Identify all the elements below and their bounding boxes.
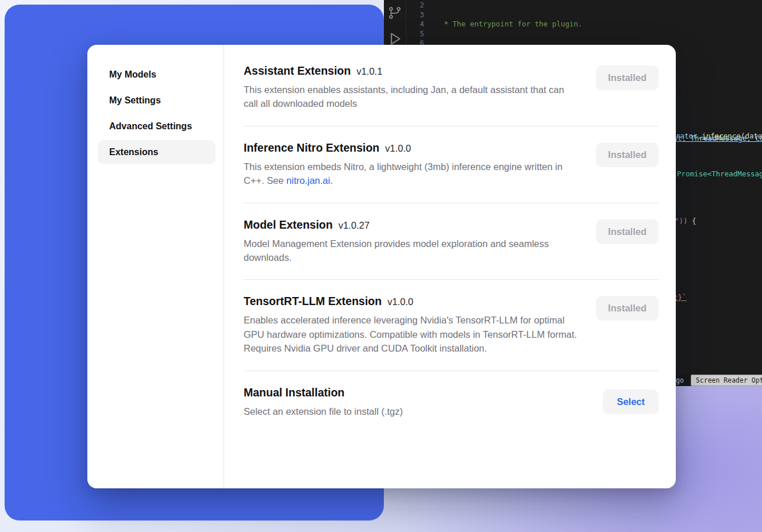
line-number: 2 xyxy=(409,1,424,10)
installed-button[interactable]: Installed xyxy=(596,65,659,90)
code-token: ")) xyxy=(675,217,688,225)
nitro-jan-ai-link[interactable]: nitro.jan.ai. xyxy=(286,175,333,186)
extension-row: Inference Nitro Extensionv1.0.0 This ext… xyxy=(244,126,659,203)
extension-version: v1.0.0 xyxy=(387,296,413,307)
extension-title-line: TensortRT-LLM Extensionv1.0.0 xyxy=(244,295,580,308)
extension-row: Assistant Extensionv1.0.1 This extension… xyxy=(244,45,659,126)
status-text: go xyxy=(676,376,684,385)
installed-button[interactable]: Installed xyxy=(596,142,659,167)
extension-info: Inference Nitro Extensionv1.0.0 This ext… xyxy=(244,141,580,188)
code-fragment: Promise<ThreadMessage> xyxy=(677,169,762,179)
extension-name: TensortRT-LLM Extension xyxy=(244,295,382,307)
extension-info: Assistant Extensionv1.0.1 This extension… xyxy=(244,64,580,111)
code-token: rator. xyxy=(676,132,702,140)
extension-description: This extension embeds Nitro, a lightweig… xyxy=(244,160,580,188)
extension-title-line: Model Extensionv1.0.27 xyxy=(244,218,580,232)
manual-installation-description: Select an extension file to install (.tg… xyxy=(244,404,403,418)
code-token: (data)); xyxy=(741,132,762,140)
extension-info: TensortRT-LLM Extensionv1.0.0 Enables ac… xyxy=(244,295,580,355)
settings-sidebar: My Models My Settings Advanced Settings … xyxy=(87,45,224,488)
extension-row: Model Extensionv1.0.27 Model Management … xyxy=(244,203,659,280)
line-number: 3 xyxy=(409,10,424,20)
extension-row: TensortRT-LLM Extensionv1.0.0 Enables ac… xyxy=(244,280,659,371)
extension-description: Model Management Extension provides mode… xyxy=(244,237,580,265)
code-fragment: rator.inference(data)); xyxy=(676,132,762,141)
installed-button[interactable]: Installed xyxy=(596,296,659,321)
line-number: 4 xyxy=(409,20,424,29)
manual-installation-title: Manual Installation xyxy=(244,386,403,399)
extension-title-line: Inference Nitro Extensionv1.0.0 xyxy=(244,141,580,155)
code-line: * The entrypoint for the plugin. xyxy=(440,20,762,29)
sidebar-item-my-models[interactable]: My Models xyxy=(98,63,215,87)
extension-name: Inference Nitro Extension xyxy=(244,141,379,154)
extension-description: Enables accelerated inference leveraging… xyxy=(244,313,580,355)
extension-title-line: Assistant Extensionv1.0.1 xyxy=(244,64,580,78)
installed-button[interactable]: Installed xyxy=(596,219,659,244)
line-number: 5 xyxy=(409,29,424,39)
settings-modal: My Models My Settings Advanced Settings … xyxy=(87,45,676,488)
manual-installation-row: Manual Installation Select an extension … xyxy=(244,371,659,434)
code-token: inference xyxy=(702,132,741,140)
screen-reader-badge[interactable]: Screen Reader Optimize xyxy=(691,375,762,386)
extension-name: Assistant Extension xyxy=(244,64,351,77)
extension-version: v1.0.27 xyxy=(338,220,370,230)
extension-version: v1.0.0 xyxy=(385,143,411,153)
extension-info: Model Extensionv1.0.27 Model Management … xyxy=(244,218,580,265)
code-fragment: ")) { xyxy=(675,217,696,226)
sidebar-item-extensions[interactable]: Extensions xyxy=(98,140,215,164)
sidebar-item-advanced-settings[interactable]: Advanced Settings xyxy=(98,114,215,138)
extension-description: This extension enables assistants, inclu… xyxy=(244,83,580,111)
extension-info: Manual Installation Select an extension … xyxy=(244,386,403,418)
line-numbers: 2 3 4 5 6 xyxy=(409,1,424,48)
extension-version: v1.0.1 xyxy=(356,66,382,76)
code-token: { xyxy=(688,217,696,225)
extension-name: Model Extension xyxy=(244,218,333,231)
extensions-list: Assistant Extensionv1.0.1 This extension… xyxy=(224,45,676,488)
sidebar-item-my-settings[interactable]: My Settings xyxy=(98,88,215,113)
source-control-icon[interactable] xyxy=(388,6,402,23)
select-button[interactable]: Select xyxy=(603,390,659,414)
